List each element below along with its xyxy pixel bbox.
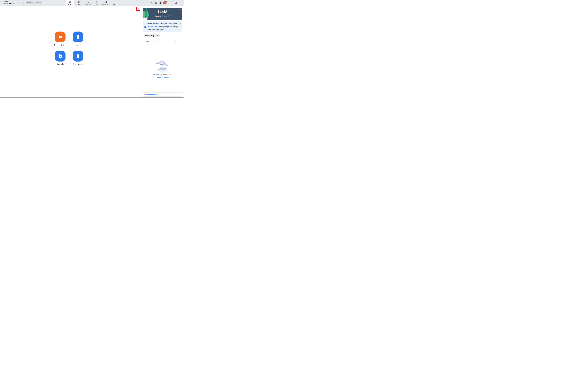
- divider: [142, 39, 183, 39]
- chevron-right-icon: [156, 41, 157, 42]
- join-label: Join: [76, 44, 80, 46]
- notice-line-1: You haven't connected your calendar yet.: [147, 22, 179, 25]
- home-icon: [69, 1, 71, 4]
- logo-line-workplace: Workplace: [3, 3, 14, 5]
- search-placeholder: Search: [30, 2, 35, 4]
- back-button[interactable]: [13, 2, 16, 4]
- join-button[interactable]: [73, 32, 83, 42]
- search-input[interactable]: Search Ctrl+F: [26, 1, 42, 4]
- beach-umbrella-illustration: [154, 59, 171, 72]
- settings-button[interactable]: [137, 8, 139, 10]
- chevron-right-icon: [158, 94, 160, 95]
- notice-text: You haven't connected your calendar yet.…: [147, 22, 179, 31]
- restore-icon: [175, 2, 177, 4]
- document-icon: [95, 1, 98, 4]
- calendar-icon: 19: [57, 53, 63, 59]
- new-meeting-dropdown[interactable]: [65, 44, 66, 46]
- quick-action-new-meeting: New meeting: [51, 32, 69, 46]
- search-shortcut: Ctrl+F: [37, 2, 41, 4]
- calendar-connect-notice: You haven't connected your calendar yet.…: [143, 21, 182, 32]
- calendar-panel-toggle[interactable]: [159, 1, 162, 5]
- restore-button[interactable]: [175, 1, 178, 5]
- close-icon: [179, 22, 181, 24]
- schedule-a-meeting-label: Schedule a meeting: [156, 77, 172, 79]
- plus-icon: [75, 34, 81, 40]
- tab-home[interactable]: Home: [66, 0, 74, 6]
- today-button[interactable]: Today: [144, 40, 150, 43]
- connect-now-link[interactable]: Connect now: [147, 26, 157, 28]
- plus-icon: [179, 40, 181, 42]
- chat-bubbles-icon: [86, 1, 89, 4]
- avatar[interactable]: YS: [163, 1, 167, 4]
- calendar-more-button[interactable]: [174, 40, 176, 42]
- bell-icon: [155, 2, 157, 4]
- tab-label: More: [113, 4, 116, 5]
- date-selector-dropdown[interactable]: Today, Aug 17: [144, 34, 160, 37]
- chevron-left-icon: [153, 41, 154, 42]
- clock-time: 14:48: [143, 10, 182, 14]
- chevron-down-icon: [157, 35, 158, 36]
- calendar-panel: 14:48 Sunday, August 17 You haven't conn…: [142, 7, 183, 96]
- chevron-left-icon: [14, 2, 16, 4]
- share-screen-button[interactable]: [73, 51, 83, 62]
- tab-docs[interactable]: Docs: [93, 0, 100, 6]
- ellipsis-icon: [114, 1, 116, 4]
- mini-calendar-toolbar: Today: [144, 40, 181, 43]
- tab-team-chat[interactable]: Team Chat: [84, 0, 92, 6]
- add-meeting-button[interactable]: [179, 40, 181, 42]
- chevron-down-icon: [65, 44, 66, 46]
- schedule-a-meeting-link[interactable]: Schedule a meeting: [153, 77, 172, 79]
- no-meetings-message: No meetings scheduled.: [153, 74, 172, 76]
- minimize-icon: [169, 2, 171, 4]
- video-camera-icon: [78, 1, 80, 4]
- close-button[interactable]: [180, 1, 183, 5]
- date-selector-label: Today, Aug 17: [145, 35, 156, 37]
- divider: [142, 92, 183, 93]
- ellipsis-icon: [174, 40, 176, 42]
- notifications-button[interactable]: [155, 1, 158, 5]
- tab-meetings[interactable]: Meetings: [75, 0, 82, 6]
- share-screen-label: Share screen: [73, 63, 83, 65]
- schedule-label: Schedule: [57, 63, 63, 65]
- tab-label: Meetings: [76, 4, 82, 5]
- time-card: 14:48 Sunday, August 17: [143, 8, 182, 20]
- open-recordings-label: Open recordings: [144, 94, 158, 96]
- tab-label: Home: [68, 4, 72, 5]
- tab-more[interactable]: More: [112, 0, 118, 6]
- calendar-icon: [159, 2, 162, 4]
- quick-action-schedule: 19 Schedule: [51, 51, 69, 65]
- companion-device-button[interactable]: [150, 1, 153, 5]
- schedule-button[interactable]: 19: [55, 51, 65, 62]
- gear-icon: [137, 8, 139, 10]
- empty-schedule-state: No meetings scheduled. Schedule a meetin…: [142, 59, 183, 79]
- divider: [178, 40, 178, 42]
- open-recordings-link[interactable]: Open recordings: [144, 94, 160, 96]
- svg-text:19: 19: [59, 56, 61, 57]
- title-bar: zoom Workplace Search Ctrl+F Home Meetin…: [0, 0, 184, 6]
- quick-actions-grid: New meeting Join 19 Schedule Share scree…: [51, 32, 87, 65]
- video-camera-icon: [57, 34, 63, 40]
- divider: [142, 44, 183, 44]
- notice-close-button[interactable]: [179, 22, 181, 24]
- logo-line-zoom: zoom: [3, 1, 14, 2]
- next-day-button[interactable]: [156, 41, 157, 42]
- minimize-button[interactable]: [169, 1, 172, 5]
- tab-whiteboards[interactable]: Whiteboards: [101, 0, 110, 6]
- search-icon: [27, 2, 29, 4]
- arrow-up-icon: [75, 53, 81, 59]
- tab-label: Docs: [95, 4, 98, 5]
- quick-action-share-screen: Share screen: [69, 51, 87, 65]
- tab-label: Team Chat: [84, 4, 91, 5]
- new-meeting-button[interactable]: [55, 32, 65, 42]
- info-icon: [144, 26, 146, 28]
- clock-date: Sunday, August 17: [143, 15, 182, 17]
- forward-button[interactable]: [17, 2, 20, 4]
- prev-day-button[interactable]: [153, 41, 154, 42]
- quick-action-join: Join: [69, 32, 87, 46]
- zoom-workplace-logo: zoom Workplace: [3, 1, 14, 5]
- history-icon: [22, 2, 24, 4]
- plus-icon: [153, 77, 155, 79]
- chevron-right-icon: [18, 2, 20, 4]
- history-button[interactable]: [22, 2, 24, 4]
- presence-dot: [166, 1, 167, 2]
